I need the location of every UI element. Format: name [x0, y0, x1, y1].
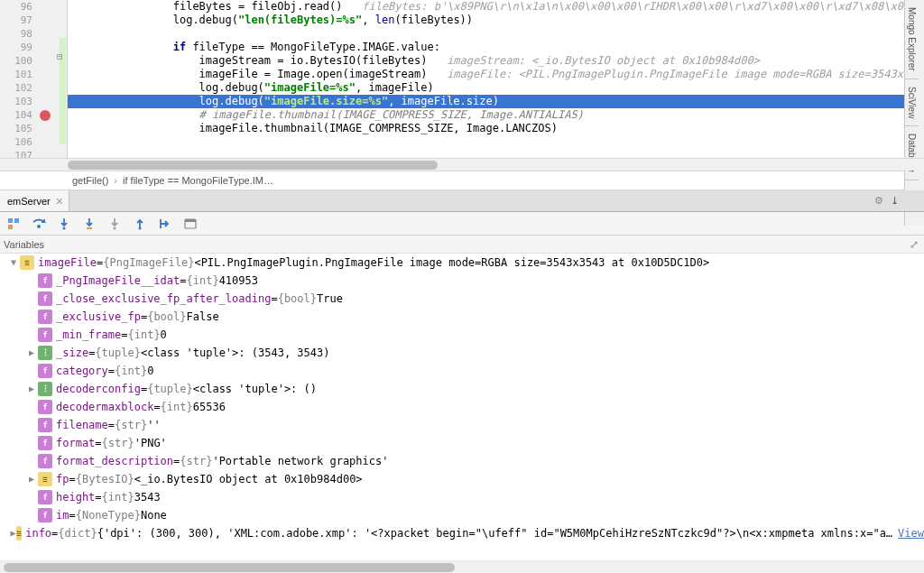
variable-type: {tuple}: [95, 344, 141, 362]
variable-row[interactable]: fcategory = {int} 0: [0, 362, 924, 380]
line-number: 99: [0, 41, 32, 54]
variable-type: {BytesIO}: [76, 470, 134, 488]
side-tab-mongo[interactable]: Mongo Explorer: [905, 0, 919, 79]
evaluate-expression-icon[interactable]: [180, 214, 200, 234]
line-number: 96: [0, 0, 32, 14]
variable-type-icon: f: [38, 273, 52, 288]
step-out-icon[interactable]: [130, 214, 150, 234]
svg-rect-0: [8, 218, 13, 223]
expand-arrow-icon[interactable]: ▶: [11, 524, 16, 542]
variable-row[interactable]: fdecodermaxblock = {int} 65536: [0, 398, 924, 416]
editor-hscroll[interactable]: [0, 158, 924, 171]
debug-tab[interactable]: emServer ×: [0, 190, 69, 211]
force-step-into-icon[interactable]: [105, 214, 125, 234]
svg-point-3: [37, 225, 41, 228]
fold-icon[interactable]: ⊟: [57, 51, 68, 62]
variable-value: 0: [161, 326, 167, 344]
expand-panel-icon[interactable]: ⤢: [910, 238, 919, 251]
variable-row[interactable]: f_min_frame = {int} 0: [0, 326, 924, 344]
code-line[interactable]: log.debug("imageFile=%s", imageFile): [68, 81, 924, 95]
line-number: 101: [0, 68, 32, 81]
variable-value: True: [317, 290, 343, 308]
variable-type: {int}: [102, 488, 134, 506]
variable-value: 65536: [193, 398, 226, 416]
variable-value: '': [147, 416, 160, 434]
variable-type-icon: f: [38, 508, 52, 522]
variable-value: <class 'tuple'>: (3543, 3543): [141, 344, 330, 362]
debug-tab-bar: emServer × ⚙ ⤓: [0, 190, 924, 212]
expand-arrow-icon[interactable]: ▼: [7, 254, 20, 272]
variable-type: {bool}: [278, 290, 317, 308]
variable-type-icon: f: [38, 436, 52, 450]
variable-type-icon: ≡: [38, 472, 52, 486]
code-line[interactable]: [68, 27, 924, 41]
variables-label: Variables: [4, 239, 44, 250]
variable-name: _min_frame: [56, 326, 121, 344]
svg-rect-5: [87, 227, 92, 229]
code-line[interactable]: log.debug("len(fileBytes)=%s", len(fileB…: [68, 14, 924, 27]
expand-arrow-icon[interactable]: ▶: [25, 380, 38, 398]
variable-row[interactable]: ▶⋮decoderconfig = {tuple} <class 'tuple'…: [0, 380, 924, 398]
step-into-icon[interactable]: [54, 214, 74, 234]
breadcrumb-item[interactable]: getFile(): [72, 175, 108, 186]
code-line[interactable]: # imageFile.thumbnail(IMAGE_COMPRESS_SIZ…: [68, 108, 924, 122]
line-number: 105: [0, 122, 32, 135]
variable-row[interactable]: fheight = {int} 3543: [0, 488, 924, 506]
step-over-icon[interactable]: [29, 214, 49, 234]
variables-panel[interactable]: ▼≡imageFile = {PngImageFile} <PIL.PngIma…: [0, 254, 924, 560]
code-line[interactable]: if fileType == MongoFileType.IMAGE.value…: [68, 41, 924, 54]
scroll-thumb[interactable]: [4, 563, 455, 572]
variable-row[interactable]: f_PngImageFile__idat = {int} 410953: [0, 272, 924, 290]
close-icon[interactable]: ×: [56, 194, 63, 208]
variable-value: 3543: [134, 488, 161, 506]
expand-arrow-icon[interactable]: ▶: [25, 470, 38, 488]
variable-value: None: [141, 506, 167, 524]
variable-type: {int}: [115, 362, 147, 380]
line-number: 98: [0, 27, 32, 41]
variable-row[interactable]: ▶≡fp = {BytesIO} <_io.BytesIO object at …: [0, 470, 924, 488]
variable-type: {dict}: [58, 524, 97, 542]
variables-hscroll[interactable]: [0, 560, 924, 573]
variable-row[interactable]: fformat = {str} 'PNG': [0, 434, 924, 452]
gear-icon[interactable]: ⚙: [874, 195, 883, 207]
code-editor[interactable]: 96979899100101102103104105106107 ⊟ fileB…: [0, 0, 924, 158]
scroll-thumb[interactable]: [68, 161, 438, 170]
variable-row[interactable]: fformat_description = {str} 'Portable ne…: [0, 452, 924, 470]
variable-row[interactable]: ▼≡imageFile = {PngImageFile} <PIL.PngIma…: [0, 254, 924, 272]
restore-layout-icon[interactable]: [4, 214, 23, 234]
variable-name: decoderconfig: [56, 380, 141, 398]
variable-row[interactable]: f_close_exclusive_fp_after_loading = {bo…: [0, 290, 924, 308]
breakpoint-marker[interactable]: [40, 110, 51, 121]
variable-name: format: [56, 434, 95, 452]
variable-row[interactable]: fim = {NoneType} None: [0, 506, 924, 524]
variable-row[interactable]: f_exclusive_fp = {bool} False: [0, 308, 924, 326]
variables-panel-header: Variables ⤢: [0, 236, 924, 254]
variable-value: False: [187, 308, 219, 326]
code-line[interactable]: [68, 135, 924, 149]
code-content[interactable]: fileBytes = fileObj.read() fileBytes: b'…: [68, 0, 924, 158]
variable-type-icon: ≡: [16, 526, 23, 541]
variable-row[interactable]: ffilename = {str} '': [0, 416, 924, 434]
side-tab-database[interactable]: Database: [905, 126, 919, 180]
run-to-cursor-icon[interactable]: [155, 214, 175, 234]
code-line[interactable]: imageFile = Image.open(imageStream) imag…: [68, 68, 924, 81]
variable-row[interactable]: ▶⋮_size = {tuple} <class 'tuple'>: (3543…: [0, 344, 924, 362]
download-icon[interactable]: ⤓: [891, 195, 899, 207]
variable-type: {int}: [127, 326, 160, 344]
breadcrumb-item[interactable]: if fileType == MongoFileType.IM…: [123, 175, 273, 186]
variable-type-icon: ≡: [20, 255, 34, 270]
variable-row[interactable]: ▶≡info = {dict} {'dpi': (300, 300), 'XML…: [0, 524, 924, 542]
variable-type: {NoneType}: [76, 506, 141, 524]
step-into-my-code-icon[interactable]: [79, 214, 99, 234]
line-number: 102: [0, 81, 32, 95]
expand-arrow-icon[interactable]: ▶: [25, 344, 38, 362]
code-line[interactable]: log.debug("imageFile.size=%s", imageFile…: [68, 95, 924, 108]
view-link[interactable]: View: [898, 524, 924, 542]
side-tab-sciview[interactable]: SciView: [905, 79, 919, 126]
code-line[interactable]: imageFile.thumbnail(IMAGE_COMPRESS_SIZE,…: [68, 122, 924, 135]
code-line[interactable]: imageStream = io.BytesIO(fileBytes) imag…: [68, 54, 924, 68]
variable-name: info: [25, 524, 51, 542]
code-line[interactable]: fileBytes = fileObj.read() fileBytes: b'…: [68, 0, 924, 14]
variable-type: {int}: [187, 272, 219, 290]
variable-type: {str}: [180, 452, 212, 470]
